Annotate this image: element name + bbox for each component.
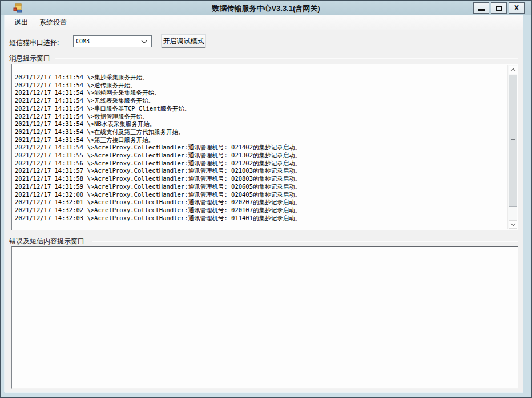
menu-item-system-settings[interactable]: 系统设置 [34, 15, 72, 30]
scrollbar-gripper-icon [511, 139, 515, 143]
log-line: 2021/12/17 14:31:54 \>数据管理服务开始。 [15, 113, 506, 121]
chevron-up-icon [510, 68, 515, 73]
window-title: 数据传输服务中心V3.3.1(含网关) [1, 3, 531, 14]
log-line: 2021/12/17 14:32:00 \>AcrelProxy.Collect… [15, 191, 506, 199]
log-line: 2021/12/17 14:31:54 \>在线支付及第三方代扣服务开始。 [15, 128, 506, 136]
message-panel-title: 消息提示窗口 [9, 54, 50, 63]
error-panel-title: 错误及短信内容提示窗口 [9, 237, 84, 246]
log-line: 2021/12/17 14:31:55 \>AcrelProxy.Collect… [15, 152, 506, 160]
form-client-area: 退出 系统设置 短信猫串口选择: COM3 开启调试模式 消息提示窗口 2021… [5, 15, 523, 392]
scroll-up-button[interactable] [509, 66, 517, 74]
log-line: 2021/12/17 14:32:02 \>AcrelProxy.Collect… [15, 206, 506, 214]
message-log-textbox[interactable]: 2021/12/17 14:31:54 \>集抄采集服务开始。2021/12/1… [11, 64, 518, 230]
app-window: 数据传输服务中心V3.3.1(含网关) X 退出 系统设置 短信猫串口选择: C… [0, 0, 532, 398]
com-port-selected-value: COM3 [74, 38, 142, 44]
log-line: 2021/12/17 14:31:56 \>AcrelProxy.Collect… [15, 160, 506, 168]
sms-com-port-label: 短信猫串口选择: [9, 38, 59, 48]
minimize-button[interactable] [473, 2, 489, 14]
error-panel-groupline [92, 241, 518, 241]
scroll-down-button[interactable] [509, 220, 517, 229]
chevron-down-icon [142, 38, 147, 43]
message-panel-groupline [55, 58, 518, 58]
log-line: 2021/12/17 14:31:54 \>AcrelProxy.Collect… [15, 144, 506, 152]
minimize-icon [478, 9, 485, 11]
log-line: 2021/12/17 14:31:54 \>无线表采集服务开始。 [15, 97, 506, 105]
vertical-scrollbar[interactable] [507, 65, 517, 229]
chevron-down-icon [510, 221, 515, 226]
enable-debug-mode-button[interactable]: 开启调试模式 [162, 35, 205, 48]
log-line: 2021/12/17 14:32:01 \>AcrelProxy.Collect… [15, 198, 506, 206]
title-bar[interactable]: 数据传输服务中心V3.3.1(含网关) X [1, 1, 531, 15]
log-line: 2021/12/17 14:31:54 \>NB水表采集服务开始。 [15, 120, 506, 128]
scrollbar-thumb[interactable] [509, 75, 517, 207]
log-line: 2021/12/17 14:31:54 \>能耗网关采集服务开始。 [15, 89, 506, 97]
log-line: 2021/12/17 14:31:57 \>AcrelProxy.Collect… [15, 167, 506, 175]
log-line: 2021/12/17 14:31:54 \>串口服务器TCP Client服务开… [15, 105, 506, 113]
maximize-icon [496, 6, 502, 11]
error-sms-textbox[interactable] [11, 246, 518, 389]
com-port-select[interactable]: COM3 [73, 35, 152, 47]
close-icon: X [514, 5, 519, 11]
close-button[interactable]: X [509, 2, 525, 14]
menu-bar: 退出 系统设置 [5, 15, 523, 30]
maximize-button[interactable] [491, 2, 507, 14]
log-line: 2021/12/17 14:31:54 \>透传服务开始。 [15, 82, 506, 90]
log-line: 2021/12/17 14:31:54 \>第三方接口服务开始。 [15, 136, 506, 144]
log-line: 2021/12/17 14:31:59 \>AcrelProxy.Collect… [15, 183, 506, 191]
message-log-lines: 2021/12/17 14:31:54 \>集抄采集服务开始。2021/12/1… [12, 64, 507, 230]
window-controls: X [473, 2, 525, 14]
log-line: 2021/12/17 14:31:58 \>AcrelProxy.Collect… [15, 175, 506, 183]
menu-item-exit[interactable]: 退出 [9, 15, 33, 30]
log-line: 2021/12/17 14:32:03 \>AcrelProxy.Collect… [15, 214, 506, 222]
log-line: 2021/12/17 14:31:54 \>集抄采集服务开始。 [15, 74, 506, 82]
